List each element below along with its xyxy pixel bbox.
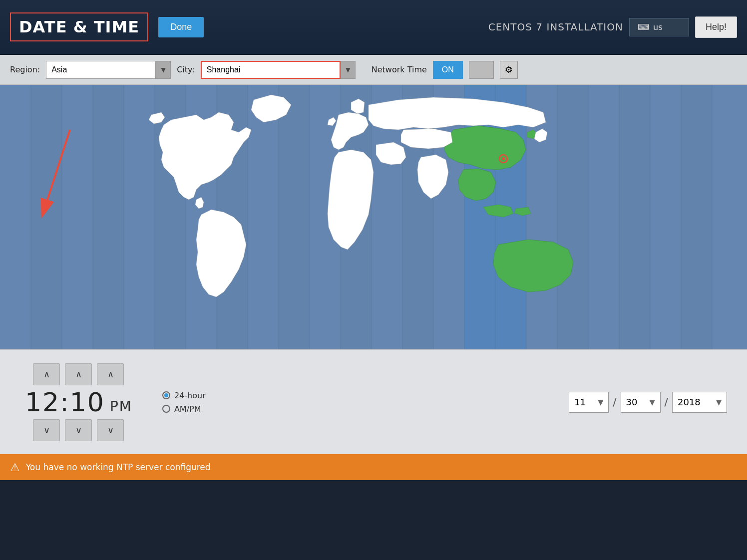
format-24h-option[interactable]: 24-hour <box>162 391 206 400</box>
bottom-panel: ∧ ∧ ∧ 12 : 10 PM ∨ ∨ ∨ 24-hour AM/PM <box>0 349 747 454</box>
year-dropdown-icon: ▼ <box>716 398 722 406</box>
time-format-options: 24-hour AM/PM <box>162 391 206 414</box>
ntp-warning-text: You have no working NTP server configure… <box>26 462 211 472</box>
day-value: 30 <box>626 397 638 407</box>
centos-label: CENTOS 7 INSTALLATION <box>488 21 623 33</box>
time-display: 12 : 10 PM <box>25 387 132 417</box>
minutes-up-button[interactable]: ∧ <box>65 363 92 385</box>
format-ampm-label: AM/PM <box>174 404 201 414</box>
time-spinners: ∧ ∧ ∧ 12 : 10 PM ∨ ∨ ∨ <box>20 363 137 441</box>
warning-icon: ⚠ <box>10 461 20 474</box>
day-select[interactable]: 30 ▼ <box>621 392 661 413</box>
day-dropdown-icon: ▼ <box>650 398 655 406</box>
format-24h-radio[interactable] <box>162 391 170 399</box>
city-input[interactable] <box>201 61 341 79</box>
hours-down-button[interactable]: ∨ <box>33 419 60 441</box>
date-separator-2: / <box>665 396 668 408</box>
down-arrows-row: ∨ ∨ ∨ <box>33 419 124 441</box>
month-dropdown-icon: ▼ <box>598 398 603 406</box>
network-time-label: Network Time <box>372 65 427 74</box>
title-box: DATE & TIME <box>10 12 148 41</box>
gear-icon: ⚙ <box>505 64 513 75</box>
region-label: Region: <box>10 65 40 74</box>
header-right: CENTOS 7 INSTALLATION ⌨ us Help! <box>488 16 737 38</box>
minutes-display: 10 <box>70 387 105 417</box>
city-dropdown-arrow[interactable]: ▼ <box>341 61 356 79</box>
ntp-warning-bar: ⚠ You have no working NTP server configu… <box>0 454 747 480</box>
ampm-down-button[interactable]: ∨ <box>97 419 124 441</box>
ntp-settings-button[interactable]: ⚙ <box>500 61 518 79</box>
page-title: DATE & TIME <box>19 17 139 36</box>
svg-point-47 <box>502 157 505 160</box>
ampm-up-button[interactable]: ∧ <box>97 363 124 385</box>
city-select-group: ▼ <box>201 61 356 79</box>
region-select-group: ▼ <box>46 61 171 79</box>
year-select[interactable]: 2018 ▼ <box>672 392 727 413</box>
month-select[interactable]: 11 ▼ <box>569 392 609 413</box>
region-input[interactable] <box>46 61 156 79</box>
help-button[interactable]: Help! <box>695 16 737 38</box>
network-time-off-area <box>469 61 494 79</box>
date-selectors: 11 ▼ / 30 ▼ / 2018 ▼ <box>569 392 727 413</box>
format-ampm-option[interactable]: AM/PM <box>162 404 206 414</box>
month-value: 11 <box>574 397 586 407</box>
toolbar: Region: ▼ City: ▼ Network Time ON ⚙ <box>0 55 747 85</box>
keyboard-lang: us <box>653 22 662 32</box>
keyboard-icon: ⌨ <box>638 22 649 32</box>
format-ampm-radio[interactable] <box>162 405 170 413</box>
minutes-down-button[interactable]: ∨ <box>65 419 92 441</box>
hours-display: 12 <box>25 387 60 417</box>
ampm-display: PM <box>110 398 132 415</box>
hours-up-button[interactable]: ∧ <box>33 363 60 385</box>
city-label: City: <box>177 65 195 74</box>
date-separator-1: / <box>613 396 616 408</box>
map-container[interactable] <box>0 85 747 349</box>
region-dropdown-arrow[interactable]: ▼ <box>156 61 171 79</box>
world-map-svg[interactable] <box>0 85 747 349</box>
time-colon: : <box>60 387 70 417</box>
done-button[interactable]: Done <box>158 17 204 37</box>
keyboard-button[interactable]: ⌨ us <box>629 18 689 36</box>
format-24h-label: 24-hour <box>174 391 206 400</box>
header: DATE & TIME Done CENTOS 7 INSTALLATION ⌨… <box>0 0 747 55</box>
up-arrows-row: ∧ ∧ ∧ <box>33 363 124 385</box>
year-value: 2018 <box>678 397 701 407</box>
network-time-on-button[interactable]: ON <box>433 61 463 79</box>
